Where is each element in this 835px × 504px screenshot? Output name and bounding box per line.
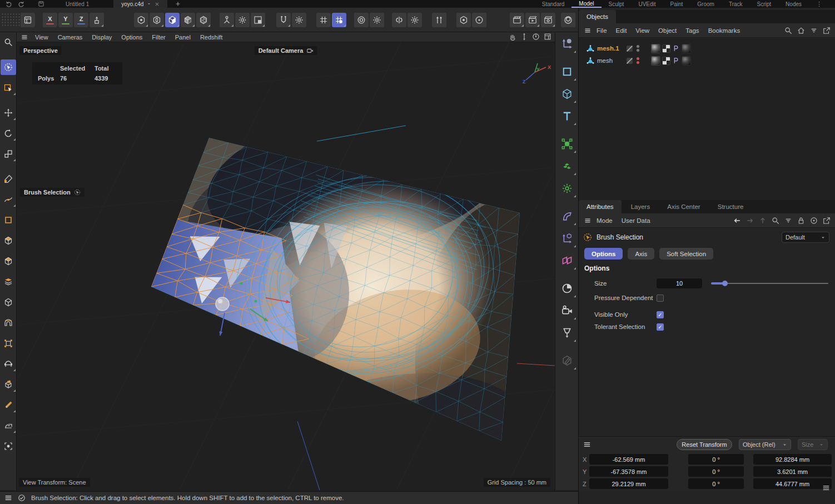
tab-attributes[interactable]: Attributes: [579, 200, 622, 213]
patch-tool[interactable]: [1, 377, 16, 392]
lock-z-axis-button[interactable]: Z: [74, 13, 88, 27]
doc-tab-untitled[interactable]: Untitled 1: [58, 0, 97, 8]
attributes-menu-userdata[interactable]: User Data: [622, 217, 650, 224]
coordinate-mode-dropdown[interactable]: Object (Rel): [739, 439, 791, 450]
size-mode-dropdown[interactable]: Size: [798, 439, 828, 450]
camera-create-icon[interactable]: [558, 301, 576, 320]
tab-axis-center[interactable]: Axis Center: [659, 200, 708, 213]
spline-pen-tool[interactable]: [1, 192, 16, 207]
phong-tag-icon[interactable]: [672, 57, 680, 64]
model-mode-icon[interactable]: [181, 13, 195, 27]
subdivide-stack-tool[interactable]: [1, 274, 16, 290]
quantize-grid-icon[interactable]: [316, 13, 331, 27]
knife-tool[interactable]: [1, 397, 16, 413]
field-icon[interactable]: [558, 229, 576, 248]
z-position-field[interactable]: 29.2129 mm: [589, 478, 668, 489]
material-edit-icon[interactable]: [558, 351, 576, 370]
scale-tool[interactable]: [1, 146, 16, 162]
primitive-cube-icon[interactable]: [558, 84, 576, 103]
layout-tab-sculpt[interactable]: Sculpt: [602, 0, 632, 8]
pressure-dependent-checkbox[interactable]: [657, 295, 664, 302]
layout-tab-model[interactable]: Model: [571, 0, 601, 8]
visibility-dots[interactable]: [637, 45, 639, 52]
tab-structure[interactable]: Structure: [710, 200, 752, 213]
weld-tool[interactable]: [1, 356, 16, 372]
objects-search-icon[interactable]: [784, 27, 792, 34]
rectangle-spline-tool[interactable]: [1, 212, 16, 228]
magnet-snap-icon[interactable]: [276, 13, 291, 27]
uvw-tag-icon[interactable]: [662, 44, 670, 53]
layout-more-icon[interactable]: ⋮: [809, 0, 829, 8]
motext-icon[interactable]: [558, 107, 576, 126]
x-rotation-field[interactable]: 0 °: [688, 454, 744, 465]
object-row-mesh[interactable]: mesh: [579, 54, 835, 67]
extrude-tool[interactable]: [1, 253, 16, 269]
layout-tab-uvedit[interactable]: UVEdit: [631, 0, 663, 8]
light-create-icon[interactable]: [558, 323, 576, 342]
toggle-panel-layout-icon[interactable]: [544, 33, 551, 41]
z-scale-field[interactable]: 44.6777 mm: [753, 478, 832, 489]
layout-tab-groom[interactable]: Groom: [690, 0, 722, 8]
hex-auto-icon[interactable]: [472, 13, 486, 27]
viewport-menu-filter[interactable]: Filter: [152, 34, 165, 41]
render-queue-icon[interactable]: [525, 13, 540, 27]
attributes-filter-icon[interactable]: [784, 217, 792, 224]
objects-menu-view[interactable]: View: [635, 27, 649, 34]
rotate-tool[interactable]: [1, 126, 16, 141]
tab-caret-icon[interactable]: [147, 2, 151, 6]
parent-object-icon[interactable]: [759, 217, 767, 224]
objects-menu-edit[interactable]: Edit: [616, 27, 627, 34]
z-rotation-field[interactable]: 0 °: [688, 478, 744, 489]
size-input[interactable]: 10: [657, 278, 702, 288]
material-tag-icon[interactable]: [651, 56, 660, 66]
panel-corner-menu-icon[interactable]: [822, 484, 830, 492]
object-name[interactable]: mesh.1: [597, 45, 624, 52]
spline-rectangle-icon[interactable]: [558, 62, 576, 81]
phong-tag-icon[interactable]: [672, 44, 680, 52]
layout-tab-paint[interactable]: Paint: [663, 0, 690, 8]
view-projection-label[interactable]: Perspective: [19, 46, 62, 55]
snap-enabled-icon[interactable]: [332, 13, 346, 27]
render-view-icon[interactable]: [510, 13, 524, 27]
coordinates-menu-icon[interactable]: [583, 441, 591, 448]
y-rotation-field[interactable]: 0 °: [688, 466, 744, 477]
x-scale-field[interactable]: 92.8284 mm: [753, 454, 832, 465]
attributes-search-icon[interactable]: [772, 217, 779, 224]
pan-view-icon[interactable]: [509, 33, 516, 41]
size-slider[interactable]: [711, 278, 828, 288]
y-position-field[interactable]: -67.3578 mm: [589, 466, 668, 477]
object-edit-toggle-icon[interactable]: [627, 58, 633, 64]
cube-wire-tool[interactable]: [1, 295, 16, 310]
object-row-mesh1[interactable]: mesh.1: [579, 42, 835, 54]
section-tab-soft-selection[interactable]: Soft Selection: [659, 248, 713, 260]
uvw-tag-icon[interactable]: [662, 57, 670, 65]
doc-tab-yoyo[interactable]: yoyo.c4d: [113, 0, 167, 8]
deformer-bend-icon[interactable]: [558, 207, 576, 226]
volume-builder-icon[interactable]: [558, 157, 576, 176]
cube-primitive-tool[interactable]: [1, 233, 16, 248]
undo-icon[interactable]: [6, 1, 12, 7]
tab-close-icon[interactable]: [155, 2, 160, 7]
axis-modification-icon[interactable]: [220, 13, 234, 27]
viewport-menu-display[interactable]: Display: [92, 34, 112, 41]
objects-menu-object[interactable]: Object: [658, 27, 677, 34]
active-camera-label[interactable]: Default Camera: [255, 46, 317, 55]
attributes-lock-icon[interactable]: [797, 217, 805, 224]
magnet-settings-gear-icon[interactable]: [292, 13, 306, 27]
y-scale-field[interactable]: 3.6201 mm: [753, 466, 832, 477]
move-tool[interactable]: [1, 105, 16, 121]
environment-icon[interactable]: [558, 279, 576, 298]
axis-settings-gear-icon[interactable]: [235, 13, 250, 27]
layout-tab-nodes[interactable]: Nodes: [778, 0, 809, 8]
attributes-menu-icon[interactable]: [584, 217, 591, 224]
objects-menu-file[interactable]: File: [597, 27, 607, 34]
upvector-icon[interactable]: [432, 13, 446, 27]
cage-deformer-tool[interactable]: [1, 336, 16, 351]
attributes-track-icon[interactable]: [810, 217, 818, 224]
interactive-render-icon[interactable]: [561, 13, 575, 27]
lock-y-axis-button[interactable]: Y: [58, 13, 73, 27]
viewport-menu-cameras[interactable]: Cameras: [58, 34, 83, 41]
material-tag-icon[interactable]: [651, 44, 660, 53]
tolerant-selection-checkbox[interactable]: ✓: [657, 323, 664, 331]
objects-menu-tags[interactable]: Tags: [685, 27, 699, 34]
